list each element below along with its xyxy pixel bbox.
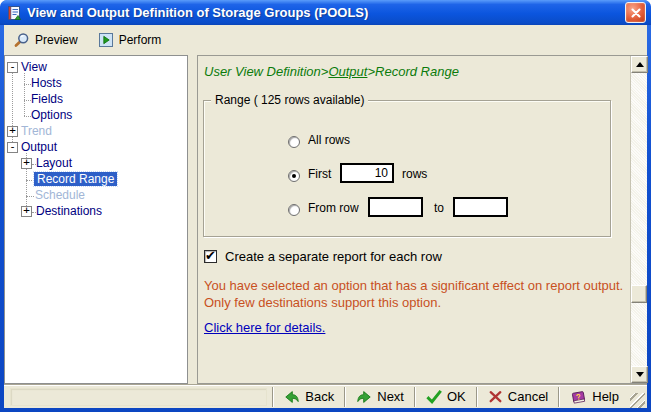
tree-item-output[interactable]: Output [21,140,57,154]
tree-item-destinations[interactable]: Destinations [36,204,102,218]
breadcrumb-current: Record Range [375,64,459,79]
help-button[interactable]: ? Help [561,386,628,408]
tree-line [26,196,34,197]
tree-item-fields[interactable]: Fields [31,92,63,106]
details-link[interactable]: Click here for details. [204,320,325,335]
preview-button[interactable]: Preview [10,30,81,50]
back-button[interactable]: Back [275,386,343,408]
separate-report-row: ✔ Create a separate report for each row [204,249,442,264]
resize-grip[interactable] [630,393,645,408]
title-bar: View and Output Definition of Storage Gr… [0,0,651,25]
tree-item-layout[interactable]: Layout [36,156,72,170]
breadcrumb: User View Definition>Output>Record Range [204,64,459,79]
tree-line [24,116,31,117]
next-button[interactable]: Next [347,386,413,408]
tree-item-schedule[interactable]: Schedule [35,188,85,202]
perform-label: Perform [119,33,162,47]
range-groupbox: Range ( 125 rows available) All rows Fir… [203,100,611,237]
cancel-label: Cancel [508,389,548,404]
first-rows-input[interactable] [340,163,394,183]
close-icon [630,7,642,19]
check-icon [426,389,442,405]
next-label: Next [377,389,404,404]
cancel-button[interactable]: Cancel [479,386,557,408]
dialog-window: View and Output Definition of Storage Gr… [0,0,651,412]
tree-line [24,100,31,101]
from-row-input[interactable] [368,197,423,217]
ok-button[interactable]: OK [417,386,475,408]
separate-report-label: Create a separate report for each row [225,249,442,264]
panel-splitter[interactable] [188,55,197,384]
toolbar: Preview Perform [4,25,647,54]
first-label: First [308,167,331,181]
scroll-up-icon [636,62,644,67]
scroll-down-button[interactable] [631,366,648,383]
all-rows-radio[interactable] [288,136,300,148]
footer-separator [414,387,416,407]
perform-button[interactable]: Perform [95,30,165,50]
rows-suffix-label: rows [402,167,427,181]
tree-line [26,180,34,181]
tree-item-view[interactable]: View [21,60,47,74]
footer-separator [272,387,274,407]
tree-expander-output[interactable]: - [7,142,18,153]
range-groupbox-legend: Range ( 125 rows available) [211,93,368,107]
close-button[interactable] [625,2,646,23]
from-row-radio[interactable] [288,204,300,216]
next-arrow-icon [356,389,372,405]
preview-label: Preview [35,33,78,47]
x-icon [488,389,503,404]
ok-label: OK [447,389,466,404]
play-icon [98,32,114,48]
window-title: View and Output Definition of Storage Gr… [27,5,625,20]
vertical-scrollbar[interactable] [630,56,647,383]
record-range-page: User View Definition>Output>Record Range… [198,56,630,383]
footer-separator [344,387,346,407]
tree-expander-destinations[interactable]: + [21,206,32,217]
scroll-up-button[interactable] [631,56,648,73]
warning-text-line2: Only few destinations support this optio… [204,294,441,311]
scrollbar-track[interactable] [631,73,647,366]
separate-report-checkbox[interactable]: ✔ [204,250,217,263]
breadcrumb-separator: > [367,64,375,79]
tree-expander-view[interactable]: - [7,62,18,73]
footer-separator [558,387,560,407]
tree-line [24,73,25,116]
tree-item-record-range[interactable]: Record Range [34,172,117,186]
tree-item-trend[interactable]: Trend [21,124,52,138]
status-area [10,388,267,406]
check-mark-icon: ✔ [205,248,216,263]
from-row-label: From row [308,201,359,215]
scroll-down-icon [636,372,644,377]
tree-expander-layout[interactable]: + [21,158,32,169]
back-label: Back [305,389,334,404]
breadcrumb-part: User View Definition [204,64,321,79]
all-rows-label: All rows [308,133,350,147]
tree-expander-trend[interactable]: + [7,126,18,137]
first-rows-radio[interactable] [288,170,300,182]
footer-bar: Back Next [4,384,647,408]
magnifier-icon [13,32,30,48]
help-label: Help [592,389,619,404]
tree-line [24,84,31,85]
scrollbar-thumb[interactable] [631,285,647,303]
back-arrow-icon [284,389,300,405]
tree-item-options[interactable]: Options [31,108,72,122]
to-row-input[interactable] [453,197,508,217]
tree-item-hosts[interactable]: Hosts [31,76,62,90]
app-icon [6,5,22,21]
breadcrumb-link-output[interactable]: Output [328,64,367,79]
navigation-tree: - + - + + View Hosts Fields Options Tren… [4,55,188,384]
to-label: to [434,201,444,215]
footer-separator [476,387,478,407]
warning-text-line1: You have selected an option that has a s… [204,277,623,294]
help-book-icon: ? [570,389,587,405]
